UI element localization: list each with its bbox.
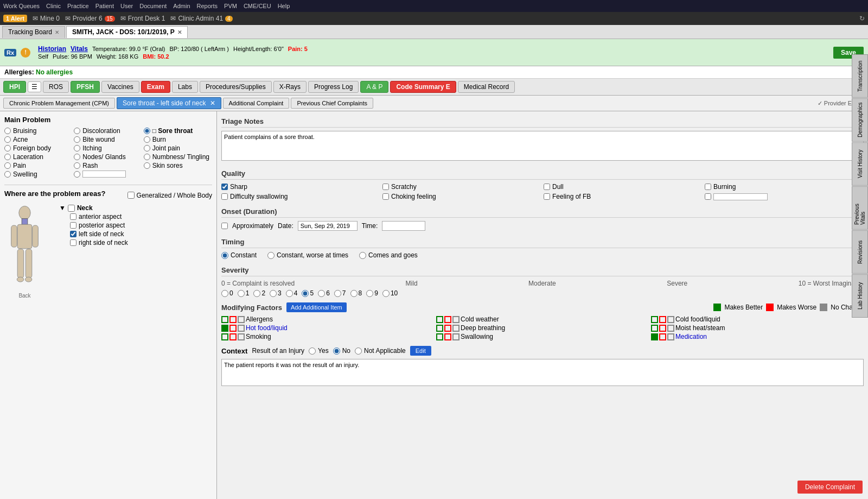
- sidetab-transcription[interactable]: Transcription: [852, 54, 868, 98]
- posterior-cb[interactable]: [70, 222, 76, 229]
- context-textarea[interactable]: [221, 359, 864, 386]
- acne-radio[interactable]: [4, 136, 11, 143]
- hotfood-green[interactable]: [221, 325, 228, 332]
- menu-patient[interactable]: Patient: [95, 3, 114, 9]
- tab-tracking-board[interactable]: Tracking Board ✕: [2, 26, 65, 38]
- severity-3[interactable]: 3: [270, 289, 282, 297]
- problem-acne[interactable]: Acne: [4, 136, 73, 143]
- timing-comes-goes[interactable]: Comes and goes: [359, 251, 418, 259]
- frontdesk-item[interactable]: ✉ Front Desk 1: [120, 15, 165, 22]
- problem-jointpain[interactable]: Joint pain: [144, 144, 212, 152]
- generalized-checkbox[interactable]: Generalized / Whole Body: [127, 192, 212, 199]
- severity-2[interactable]: 2: [253, 289, 265, 297]
- leftside-cb[interactable]: [70, 231, 76, 237]
- menu-user[interactable]: User: [120, 3, 133, 9]
- nodesglands-radio[interactable]: [74, 154, 80, 160]
- medication-green[interactable]: [651, 333, 658, 340]
- smoking-red[interactable]: [229, 333, 237, 340]
- tab-ap[interactable]: A & P: [360, 81, 388, 93]
- quality-other[interactable]: [705, 193, 864, 200]
- edit-button[interactable]: Edit: [410, 346, 431, 356]
- bruising-radio[interactable]: [4, 128, 11, 134]
- severity-7[interactable]: 7: [334, 289, 346, 297]
- date-input[interactable]: [298, 221, 358, 231]
- tab-xrays[interactable]: X-Rays: [273, 81, 307, 93]
- problem-rash[interactable]: Rash: [74, 162, 142, 169]
- sorethroat-radio[interactable]: [144, 128, 150, 134]
- discoloration-radio[interactable]: [74, 128, 80, 134]
- scratchy-cb[interactable]: [382, 184, 389, 190]
- problem-skinsores[interactable]: Skin sores: [144, 162, 212, 169]
- other-text-input[interactable]: [82, 170, 126, 178]
- subtab-previous[interactable]: Previous Chief Complaints: [291, 98, 373, 109]
- constant-radio[interactable]: [221, 252, 228, 259]
- dull-cb[interactable]: [544, 184, 550, 190]
- tab-vaccines[interactable]: Vaccines: [101, 81, 139, 93]
- swelling-radio[interactable]: [4, 171, 11, 178]
- allergens-gray[interactable]: [238, 316, 245, 323]
- problem-sorethroat[interactable]: □ Sore throat: [144, 127, 212, 135]
- burning-cb[interactable]: [705, 184, 711, 190]
- deepbreathing-red[interactable]: [444, 325, 451, 332]
- problem-swelling[interactable]: Swelling: [4, 170, 73, 178]
- neck-posterior[interactable]: posterior aspect: [70, 222, 128, 229]
- moistheat-gray[interactable]: [667, 325, 674, 332]
- severity-9[interactable]: 9: [366, 289, 378, 297]
- coldfood-gray[interactable]: [667, 316, 674, 323]
- severity-1[interactable]: 1: [238, 289, 250, 297]
- tab-chartlet[interactable]: ☰: [28, 81, 41, 92]
- quality-other-cb[interactable]: [705, 193, 711, 200]
- skinsores-radio[interactable]: [144, 162, 150, 169]
- mine-item[interactable]: ✉ Mine 0: [33, 15, 60, 22]
- tab-labs[interactable]: Labs: [172, 81, 198, 93]
- tab-pfsh[interactable]: PFSH: [71, 81, 100, 93]
- tab-procedures[interactable]: Procedures/Supplies: [200, 81, 272, 93]
- tab-smith-jack[interactable]: SMITH, JACK - DOS: 10/1/2019, P ✕: [66, 26, 188, 38]
- sidetab-demographics[interactable]: Demographics: [852, 98, 868, 142]
- foreignbody-radio[interactable]: [4, 145, 11, 151]
- tab-ros[interactable]: ROS: [43, 81, 69, 93]
- quality-difficultyswallowing[interactable]: Difficulty swallowing: [221, 193, 380, 200]
- problem-foreignbody[interactable]: Foreign body: [4, 144, 73, 152]
- feelingofFB-cb[interactable]: [544, 193, 550, 200]
- swallowing-red[interactable]: [444, 333, 451, 340]
- triage-textarea[interactable]: [221, 131, 864, 161]
- alert-item[interactable]: 1 Alert: [3, 15, 27, 22]
- menu-clinic[interactable]: Clinic: [46, 3, 61, 9]
- tab-close-icon[interactable]: ✕: [55, 29, 59, 35]
- menu-help[interactable]: Help: [278, 3, 290, 9]
- coldweather-green[interactable]: [436, 316, 443, 323]
- moistheat-green[interactable]: [651, 325, 658, 332]
- medication-red[interactable]: [659, 333, 666, 340]
- allergens-green[interactable]: [221, 316, 228, 323]
- problem-bitewound[interactable]: Bite wound: [74, 136, 142, 143]
- coldweather-red[interactable]: [444, 316, 451, 323]
- sharp-cb[interactable]: [221, 184, 228, 190]
- context-yes[interactable]: Yes: [309, 347, 329, 355]
- smoking-gray[interactable]: [238, 333, 245, 340]
- severity-0[interactable]: 0: [221, 289, 233, 297]
- context-na-radio[interactable]: [355, 348, 362, 355]
- itching-radio[interactable]: [74, 145, 80, 151]
- delete-complaint-button[interactable]: Delete Complaint: [797, 481, 863, 494]
- blank-radio[interactable]: [74, 171, 80, 178]
- neck-cb[interactable]: [68, 205, 75, 212]
- clinicadmin-item[interactable]: ✉ Clinic Admin 41 4: [170, 15, 232, 22]
- neck-anterior[interactable]: anterior aspect: [70, 213, 128, 220]
- menu-cmeceu[interactable]: CME/CEU: [244, 3, 271, 9]
- problem-itching[interactable]: Itching: [74, 144, 142, 152]
- allergens-red[interactable]: [229, 316, 237, 323]
- chokingfeeling-cb[interactable]: [382, 193, 389, 200]
- numbness-radio[interactable]: [144, 154, 150, 160]
- historian-link[interactable]: Historian: [38, 45, 66, 53]
- difficultyswallowing-cb[interactable]: [221, 193, 228, 200]
- pain-radio[interactable]: [4, 162, 11, 169]
- subtab-cpm[interactable]: Chronic Problem Management (CPM): [3, 98, 115, 109]
- generalized-cb[interactable]: [127, 192, 135, 199]
- quality-feelingofFB[interactable]: Feeling of FB: [544, 193, 703, 200]
- refresh-icon[interactable]: ↻: [859, 15, 865, 22]
- context-no-radio[interactable]: [333, 348, 340, 355]
- swallowing-gray[interactable]: [452, 333, 459, 340]
- deepbreathing-gray[interactable]: [452, 325, 459, 332]
- problem-bruising[interactable]: Bruising: [4, 127, 73, 135]
